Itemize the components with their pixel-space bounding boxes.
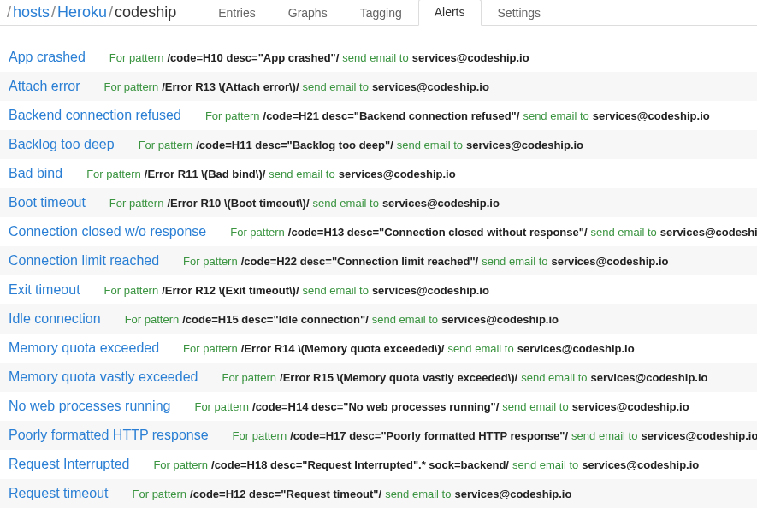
- alert-email: services@codeship.io: [382, 197, 500, 210]
- alert-email: services@codeship.io: [454, 488, 571, 500]
- alert-name[interactable]: Attach error: [9, 79, 80, 94]
- alert-row: No web processes runningFor pattern/code…: [0, 392, 757, 421]
- alert-name[interactable]: Idle connection: [9, 311, 101, 327]
- alert-email: services@codeship.io: [466, 139, 583, 151]
- breadcrumb-heroku[interactable]: Heroku: [57, 3, 107, 21]
- alert-row: Connection limit reachedFor pattern/code…: [0, 246, 757, 275]
- for-pattern-label: For pattern: [205, 109, 260, 122]
- alert-name[interactable]: No web processes running: [9, 399, 170, 414]
- alert-row: Poorly formatted HTTP responseFor patter…: [0, 421, 757, 450]
- alert-name[interactable]: Request Interrupted: [9, 457, 129, 472]
- alert-name[interactable]: Memory quota exceeded: [9, 340, 159, 356]
- alert-email: services@codeship: [660, 226, 757, 239]
- send-email-label: send email to: [571, 429, 637, 442]
- alert-row: Request timeoutFor pattern/code=H12 desc…: [0, 479, 757, 508]
- alert-row: Memory quota exceededFor pattern/Error R…: [0, 334, 757, 363]
- alert-row: Request InterruptedFor pattern/code=H18 …: [0, 450, 757, 479]
- alert-email: services@codeship.io: [412, 51, 529, 64]
- tab-settings[interactable]: Settings: [482, 0, 558, 26]
- for-pattern-label: For pattern: [194, 400, 249, 413]
- alert-pattern: /code=H22 desc="Connection limit reached…: [241, 255, 478, 268]
- breadcrumb-slash: /: [109, 3, 113, 21]
- alert-email: services@codeship.io: [641, 429, 757, 442]
- alert-pattern: /code=H18 desc="Request Interrupted".* s…: [211, 458, 509, 471]
- alert-row: Exit timeoutFor pattern/Error R12 \(Exit…: [0, 275, 757, 304]
- alert-name[interactable]: Connection closed w/o response: [9, 224, 206, 239]
- alert-pattern: /code=H13 desc="Connection closed withou…: [288, 226, 588, 239]
- alert-row: App crashedFor pattern/code=H10 desc="Ap…: [0, 43, 757, 72]
- breadcrumb-hosts[interactable]: hosts: [13, 3, 50, 21]
- alert-email: services@codeship.io: [441, 313, 559, 326]
- for-pattern-label: For pattern: [104, 80, 159, 93]
- header-bar: / hosts / Heroku / codeship Entries Grap…: [0, 0, 757, 26]
- alert-row: Backlog too deepFor pattern/code=H11 des…: [0, 130, 757, 159]
- send-email-label: send email to: [482, 255, 547, 268]
- breadcrumb: / hosts / Heroku / codeship: [0, 3, 176, 21]
- alert-email: services@codeship.io: [372, 284, 489, 297]
- alert-name[interactable]: Backlog too deep: [9, 137, 115, 152]
- alert-email: services@codeship.io: [572, 400, 689, 413]
- alert-email: services@codeship.io: [582, 458, 699, 471]
- for-pattern-label: For pattern: [125, 313, 180, 326]
- alert-pattern: /code=H21 desc="Backend connection refus…: [263, 109, 520, 122]
- send-email-label: send email to: [269, 168, 334, 180]
- alert-name[interactable]: App crashed: [9, 50, 86, 65]
- alert-pattern: /code=H10 desc="App crashed"/: [167, 51, 339, 64]
- send-email-label: send email to: [502, 400, 568, 413]
- send-email-label: send email to: [512, 458, 578, 471]
- alert-pattern: /Error R12 \(Exit timeout\)/: [162, 284, 299, 297]
- send-email-label: send email to: [591, 226, 657, 239]
- for-pattern-label: For pattern: [233, 429, 287, 442]
- alert-name[interactable]: Backend connection refused: [9, 108, 181, 123]
- alert-pattern: /Error R11 \(Bad bind\)/: [145, 168, 266, 180]
- tab-alerts[interactable]: Alerts: [418, 0, 482, 26]
- alert-email: services@codeship.io: [551, 255, 668, 268]
- send-email-label: send email to: [372, 313, 438, 326]
- alert-email: services@codeship.io: [517, 342, 635, 355]
- alert-name[interactable]: Boot timeout: [9, 195, 86, 210]
- tab-tagging[interactable]: Tagging: [344, 0, 418, 26]
- alert-name[interactable]: Memory quota vastly exceeded: [9, 369, 198, 385]
- send-email-label: send email to: [385, 488, 451, 500]
- alert-name[interactable]: Connection limit reached: [9, 253, 159, 269]
- alert-pattern: /code=H14 desc="No web processes running…: [252, 400, 499, 413]
- send-email-label: send email to: [303, 284, 369, 297]
- alert-pattern: /Error R15 \(Memory quota vastly exceede…: [280, 371, 517, 384]
- alert-email: services@codeship.io: [339, 168, 456, 180]
- send-email-label: send email to: [521, 371, 587, 384]
- send-email-label: send email to: [342, 51, 408, 64]
- for-pattern-label: For pattern: [183, 255, 238, 268]
- alert-pattern: /Error R13 \(Attach error\)/: [162, 80, 299, 93]
- alert-pattern: /code=H17 desc="Poorly formatted HTTP re…: [290, 429, 568, 442]
- alert-email: services@codeship.io: [593, 109, 710, 122]
- alert-pattern: /Error R14 \(Memory quota exceeded\)/: [241, 342, 445, 355]
- for-pattern-label: For pattern: [183, 342, 238, 355]
- alert-name[interactable]: Request timeout: [9, 486, 109, 501]
- alert-email: services@codeship.io: [372, 80, 489, 93]
- for-pattern-label: For pattern: [109, 197, 164, 210]
- alert-pattern: /code=H15 desc="Idle connection"/: [182, 313, 369, 326]
- alert-row: Idle connectionFor pattern/code=H15 desc…: [0, 304, 757, 334]
- alert-row: Attach errorFor pattern/Error R13 \(Atta…: [0, 72, 757, 101]
- for-pattern-label: For pattern: [139, 139, 193, 151]
- alert-pattern: /Error R10 \(Boot timeout\)/: [167, 197, 309, 210]
- alert-row: Bad bindFor pattern/Error R11 \(Bad bind…: [0, 159, 757, 188]
- alert-pattern: /code=H12 desc="Request timeout"/: [190, 488, 381, 500]
- breadcrumb-current: codeship: [115, 3, 176, 21]
- tab-graphs[interactable]: Graphs: [272, 0, 344, 26]
- for-pattern-label: For pattern: [104, 284, 159, 297]
- tab-entries[interactable]: Entries: [202, 0, 272, 26]
- alert-row: Connection closed w/o responseFor patter…: [0, 217, 757, 246]
- alert-name[interactable]: Poorly formatted HTTP response: [9, 428, 209, 443]
- send-email-label: send email to: [313, 197, 379, 210]
- for-pattern-label: For pattern: [86, 168, 141, 180]
- alert-email: services@codeship.io: [591, 371, 708, 384]
- breadcrumb-slash: /: [51, 3, 56, 21]
- alert-row: Boot timeoutFor pattern/Error R10 \(Boot…: [0, 188, 757, 217]
- send-email-label: send email to: [303, 80, 369, 93]
- tabs: Entries Graphs Tagging Alerts Settings: [202, 0, 557, 25]
- alerts-list: App crashedFor pattern/code=H10 desc="Ap…: [0, 26, 757, 508]
- for-pattern-label: For pattern: [153, 458, 208, 471]
- alert-name[interactable]: Bad bind: [9, 166, 62, 181]
- alert-name[interactable]: Exit timeout: [9, 282, 80, 298]
